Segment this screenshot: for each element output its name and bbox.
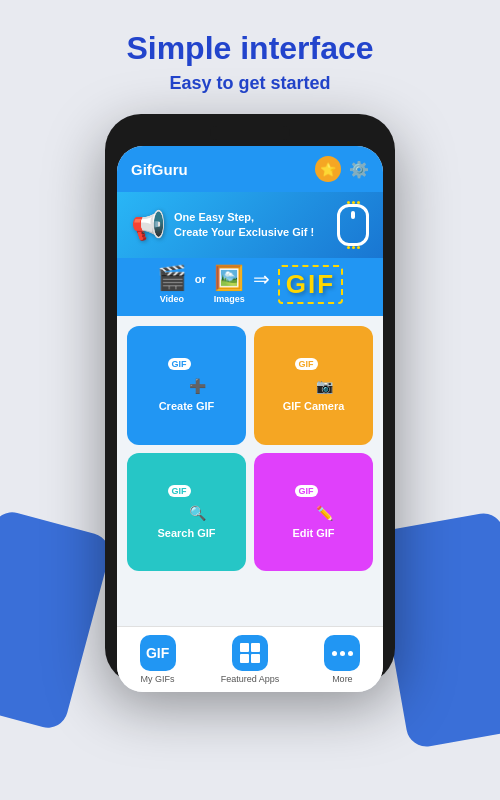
app-header: GifGuru ⭐ ⚙️ bbox=[117, 146, 383, 192]
mouse-wheel bbox=[351, 211, 355, 219]
more-icon bbox=[324, 635, 360, 671]
sq2 bbox=[251, 643, 260, 652]
dot bbox=[347, 246, 350, 249]
sq4 bbox=[251, 654, 260, 663]
phone-notch bbox=[210, 126, 290, 140]
megaphone-icon: 📢 bbox=[131, 209, 166, 242]
phone-screen: GifGuru ⭐ ⚙️ 📢 One Easy Step, Create You… bbox=[117, 146, 383, 692]
mouse-icon bbox=[337, 204, 369, 246]
gif-camera-label: GIF Camera bbox=[283, 400, 345, 412]
or-text: or bbox=[195, 273, 206, 285]
search-gif-icon: GIF 🔍 bbox=[168, 485, 206, 521]
sq1 bbox=[240, 643, 249, 652]
video-icon: 🎬 bbox=[157, 264, 187, 292]
dot bbox=[352, 201, 355, 204]
video-label: Video bbox=[160, 294, 184, 304]
camera-sub-icon: 📷 bbox=[316, 378, 333, 394]
header-icons: ⭐ ⚙️ bbox=[315, 156, 369, 182]
banner-text: One Easy Step, Create Your Exclusive Gif… bbox=[174, 210, 329, 241]
dot3 bbox=[348, 651, 353, 656]
search-gif-button[interactable]: GIF 🔍 Search GIF bbox=[127, 453, 246, 572]
gif-output-label: GIF bbox=[278, 265, 343, 304]
dot bbox=[357, 201, 360, 204]
arrow-right-icon: ⇒ bbox=[253, 267, 270, 291]
four-squares-icon bbox=[240, 643, 260, 663]
mouse-dots-bottom bbox=[347, 246, 360, 249]
more-label: More bbox=[332, 674, 353, 684]
gear-icon[interactable]: ⚙️ bbox=[349, 160, 369, 179]
dot1 bbox=[332, 651, 337, 656]
edit-gif-icon: GIF ✏️ bbox=[295, 485, 333, 521]
mouse-dots-top bbox=[347, 201, 360, 204]
nav-mygifs[interactable]: GIF My GIFs bbox=[140, 635, 176, 684]
gif-badge-edit: GIF bbox=[295, 485, 318, 497]
banner-line2: Create Your Exclusive Gif ! bbox=[174, 225, 329, 240]
nav-more[interactable]: More bbox=[324, 635, 360, 684]
create-sub-icon: ➕ bbox=[189, 378, 206, 394]
dot bbox=[357, 246, 360, 249]
banner-line1: One Easy Step, bbox=[174, 210, 329, 225]
video-item: 🎬 Video bbox=[157, 264, 187, 304]
page-subtitle: Easy to get started bbox=[126, 73, 373, 94]
gif-badge-search: GIF bbox=[168, 485, 191, 497]
phone-mockup: GifGuru ⭐ ⚙️ 📢 One Easy Step, Create You… bbox=[105, 114, 395, 684]
gif-badge-camera: GIF bbox=[295, 358, 318, 370]
featured-icon bbox=[232, 635, 268, 671]
banner: 📢 One Easy Step, Create Your Exclusive G… bbox=[117, 192, 383, 258]
camera-gif-icon: GIF 📷 bbox=[295, 358, 333, 394]
search-sub-icon: 🔍 bbox=[189, 505, 206, 521]
dot2 bbox=[340, 651, 345, 656]
images-item: 🖼️ Images bbox=[214, 264, 245, 304]
sq3 bbox=[240, 654, 249, 663]
page-header: Simple interface Easy to get started bbox=[106, 0, 393, 114]
bottom-nav: GIF My GIFs Featured Apps bbox=[117, 626, 383, 692]
nav-featured[interactable]: Featured Apps bbox=[221, 635, 280, 684]
create-gif-label: Create GIF bbox=[159, 400, 215, 412]
page-title: Simple interface bbox=[126, 30, 373, 67]
main-grid: GIF ➕ Create GIF GIF 📷 GIF Camera GIF 🔍 … bbox=[117, 316, 383, 626]
mygifs-icon: GIF bbox=[140, 635, 176, 671]
create-gif-button[interactable]: GIF ➕ Create GIF bbox=[127, 326, 246, 445]
images-label: Images bbox=[214, 294, 245, 304]
mygifs-gif-text: GIF bbox=[146, 645, 169, 661]
dot bbox=[347, 201, 350, 204]
images-icon: 🖼️ bbox=[214, 264, 244, 292]
star-icon[interactable]: ⭐ bbox=[315, 156, 341, 182]
featured-label: Featured Apps bbox=[221, 674, 280, 684]
create-gif-icon: GIF ➕ bbox=[168, 358, 206, 394]
gif-badge-create: GIF bbox=[168, 358, 191, 370]
dot bbox=[352, 246, 355, 249]
edit-gif-button[interactable]: GIF ✏️ Edit GIF bbox=[254, 453, 373, 572]
search-gif-label: Search GIF bbox=[157, 527, 215, 539]
gif-camera-button[interactable]: GIF 📷 GIF Camera bbox=[254, 326, 373, 445]
edit-sub-icon: ✏️ bbox=[316, 505, 333, 521]
convert-row: 🎬 Video or 🖼️ Images ⇒ GIF bbox=[117, 258, 383, 316]
app-name: GifGuru bbox=[131, 161, 188, 178]
mygifs-label: My GIFs bbox=[141, 674, 175, 684]
bg-decoration-left bbox=[0, 508, 114, 732]
edit-gif-label: Edit GIF bbox=[292, 527, 334, 539]
